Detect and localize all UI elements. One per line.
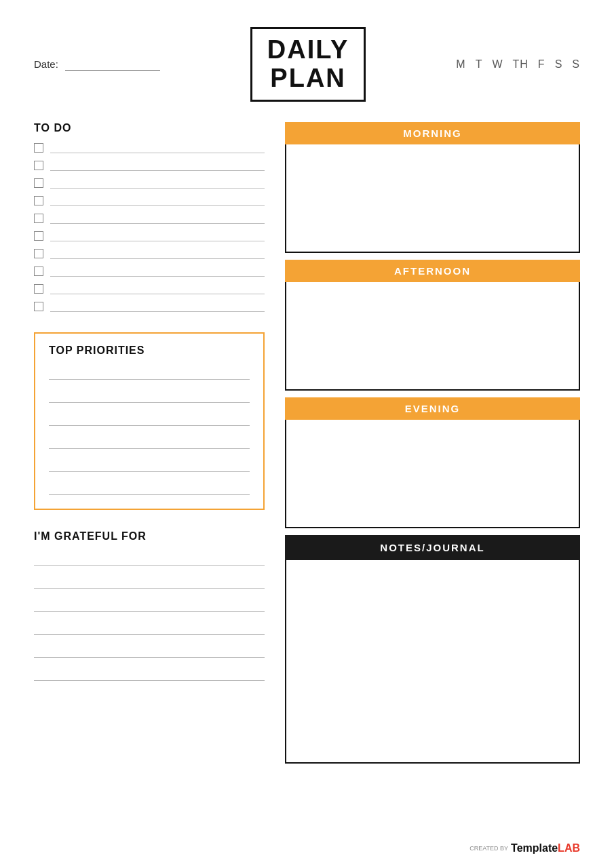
evening-body[interactable]	[285, 420, 580, 528]
todo-item	[34, 231, 265, 241]
todo-checkbox[interactable]	[34, 214, 43, 223]
todo-checkbox[interactable]	[34, 161, 43, 170]
todo-line[interactable]	[50, 160, 265, 171]
day-label: S	[572, 58, 580, 71]
day-label: S	[555, 58, 563, 71]
grateful-line[interactable]	[34, 597, 265, 612]
todo-line[interactable]	[50, 301, 265, 312]
todo-line[interactable]	[50, 248, 265, 259]
grateful-title: I'M GRATEFUL FOR	[34, 530, 265, 542]
title-plan: PLAN	[267, 64, 349, 93]
todo-item	[34, 195, 265, 206]
footer-created-by: CREATED BY	[469, 845, 508, 852]
evening-header: EVENING	[285, 397, 580, 420]
todo-checkbox[interactable]	[34, 249, 43, 258]
todo-checkbox[interactable]	[34, 284, 43, 294]
todo-checkbox[interactable]	[34, 178, 43, 188]
todo-item	[34, 213, 265, 224]
grateful-line[interactable]	[34, 574, 265, 589]
morning-header: MORNING	[285, 122, 580, 144]
footer-brand-accent: LAB	[558, 842, 580, 854]
todo-title: TO DO	[34, 122, 265, 134]
todo-line[interactable]	[50, 266, 265, 277]
left-column: TO DO	[34, 122, 265, 694]
right-column: MORNING AFTERNOON EVENING NOTES/JOURNAL	[285, 122, 580, 764]
day-label: TH	[513, 58, 529, 71]
day-label: F	[538, 58, 545, 71]
notes-header: NOTES/JOURNAL	[285, 535, 580, 560]
todo-item	[34, 248, 265, 259]
footer: CREATED BY TemplateLAB	[469, 842, 580, 854]
priority-line[interactable]	[49, 365, 250, 380]
afternoon-body[interactable]	[285, 282, 580, 391]
priority-line[interactable]	[49, 480, 250, 495]
todo-line[interactable]	[50, 231, 265, 241]
title-box: DAILY PLAN	[250, 27, 366, 102]
priority-line[interactable]	[49, 388, 250, 403]
footer-brand: TemplateLAB	[511, 842, 580, 854]
grateful-line[interactable]	[34, 551, 265, 566]
grateful-section: I'M GRATEFUL FOR	[34, 530, 265, 681]
todo-line[interactable]	[50, 178, 265, 189]
todo-item	[34, 142, 265, 153]
todo-item	[34, 178, 265, 189]
title-daily: DAILY	[267, 36, 349, 64]
todo-section: TO DO	[34, 122, 265, 312]
day-label: W	[492, 58, 503, 71]
morning-body[interactable]	[285, 144, 580, 253]
todo-checkbox[interactable]	[34, 143, 43, 153]
priorities-title: TOP PRIORITIES	[49, 344, 250, 357]
notes-block: NOTES/JOURNAL	[285, 535, 580, 764]
todo-line[interactable]	[50, 283, 265, 294]
date-label: Date:	[34, 58, 58, 70]
priorities-section: TOP PRIORITIES	[34, 332, 265, 510]
grateful-line[interactable]	[34, 643, 265, 658]
grateful-line[interactable]	[34, 666, 265, 681]
morning-block: MORNING	[285, 122, 580, 253]
afternoon-header: AFTERNOON	[285, 260, 580, 282]
todo-checkbox[interactable]	[34, 302, 43, 311]
notes-body[interactable]	[285, 560, 580, 764]
date-input-line[interactable]	[65, 58, 160, 71]
header: Date: DAILY PLAN MTWTHFSS	[34, 27, 580, 102]
todo-checkbox[interactable]	[34, 267, 43, 276]
priority-line[interactable]	[49, 457, 250, 472]
todo-item	[34, 301, 265, 312]
footer-brand-text: TemplateLAB	[511, 842, 580, 854]
todo-item	[34, 160, 265, 171]
priority-line[interactable]	[49, 411, 250, 426]
header-left: Date:	[34, 58, 160, 71]
day-label: M	[456, 58, 465, 71]
todo-checkbox[interactable]	[34, 231, 43, 241]
todo-checkbox[interactable]	[34, 196, 43, 205]
todo-line[interactable]	[50, 195, 265, 206]
grateful-line[interactable]	[34, 620, 265, 635]
days-row: MTWTHFSS	[456, 58, 580, 71]
todo-line[interactable]	[50, 142, 265, 153]
day-label: T	[476, 58, 483, 71]
todo-line[interactable]	[50, 213, 265, 224]
todo-item	[34, 283, 265, 294]
main-layout: TO DO	[34, 122, 580, 764]
priority-line[interactable]	[49, 434, 250, 449]
evening-block: EVENING	[285, 397, 580, 528]
page: Date: DAILY PLAN MTWTHFSS TO DO	[0, 0, 614, 868]
todo-item	[34, 266, 265, 277]
afternoon-block: AFTERNOON	[285, 260, 580, 391]
